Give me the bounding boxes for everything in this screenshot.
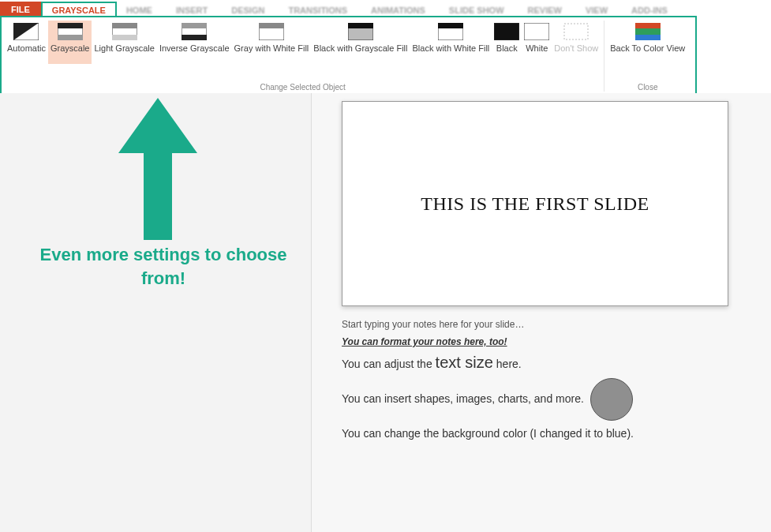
- group-label-change: Change Selected Object: [2, 83, 604, 92]
- tab-insert[interactable]: INSERT: [167, 3, 217, 17]
- notes-bg-line: You can change the background color (I c…: [342, 427, 758, 440]
- editor-pane: This is the first slide Start typing you…: [312, 93, 771, 532]
- btn-black-white-fill[interactable]: Black with White Fill: [410, 21, 492, 64]
- svg-rect-7: [112, 35, 137, 40]
- label-back-to-color: Back To Color View: [610, 43, 685, 64]
- notes-pane[interactable]: Start typing your notes here for your sl…: [342, 319, 758, 440]
- svg-rect-10: [182, 35, 207, 40]
- tab-home[interactable]: HOME: [117, 3, 162, 17]
- slide-canvas[interactable]: This is the first slide: [342, 101, 728, 306]
- black-grayscale-fill-icon: [348, 23, 373, 40]
- btn-grayscale[interactable]: Grayscale: [48, 21, 92, 64]
- back-to-color-icon: [635, 23, 661, 40]
- notes-format-line: You can format your notes here, too!: [342, 336, 758, 347]
- tab-slideshow[interactable]: SLIDE SHOW: [440, 3, 514, 17]
- svg-rect-9: [182, 23, 207, 28]
- automatic-icon: [13, 23, 39, 40]
- svg-rect-22: [635, 35, 661, 40]
- gray-white-fill-icon: [259, 23, 284, 40]
- svg-rect-21: [635, 28, 661, 35]
- notes-size-pre: You can adjust the: [342, 358, 436, 370]
- svg-rect-16: [438, 23, 463, 28]
- svg-rect-14: [348, 23, 373, 28]
- btn-back-to-color-view[interactable]: Back To Color View: [608, 21, 687, 64]
- notes-placeholder: Start typing your notes here for your sl…: [342, 319, 758, 330]
- notes-insert-line: You can insert shapes, images, charts, a…: [342, 378, 758, 421]
- notes-shape-circle[interactable]: [590, 378, 633, 421]
- tab-transitions[interactable]: TRANSITIONS: [279, 3, 357, 17]
- label-light-grayscale: Light Grayscale: [94, 43, 154, 64]
- btn-black-grayscale-fill[interactable]: Black with Grayscale Fill: [311, 21, 410, 64]
- svg-rect-19: [564, 24, 588, 39]
- btn-light-grayscale[interactable]: Light Grayscale: [92, 21, 156, 64]
- dont-show-icon: [563, 23, 589, 40]
- black-white-fill-icon: [438, 23, 463, 40]
- black-icon: [494, 23, 519, 40]
- tab-addins[interactable]: ADD-INS: [622, 3, 677, 17]
- label-dont-show: Don't Show: [554, 43, 598, 64]
- btn-automatic[interactable]: Automatic: [5, 21, 48, 64]
- btn-white[interactable]: White: [522, 21, 552, 64]
- inverse-grayscale-icon: [182, 23, 207, 40]
- label-gray-white-fill: Gray with White Fill: [234, 43, 309, 64]
- notes-size-mid: text size: [436, 354, 493, 371]
- label-grayscale: Grayscale: [51, 43, 90, 64]
- svg-rect-17: [494, 23, 519, 40]
- svg-rect-12: [259, 23, 284, 28]
- btn-inverse-grayscale[interactable]: Inverse Grayscale: [157, 21, 232, 64]
- btn-dont-show[interactable]: Don't Show: [552, 21, 601, 64]
- svg-rect-4: [58, 35, 83, 40]
- svg-rect-6: [112, 23, 137, 28]
- group-change-selected-object: Automatic Grayscale Light Grayscale Inve…: [2, 21, 604, 92]
- label-inverse-grayscale: Inverse Grayscale: [159, 43, 230, 64]
- light-grayscale-icon: [112, 23, 137, 40]
- btn-black[interactable]: Black: [492, 21, 522, 64]
- grayscale-icon: [58, 23, 83, 40]
- tab-grayscale[interactable]: GRAYSCALE: [41, 2, 117, 17]
- label-black-grayscale-fill: Black with Grayscale Fill: [313, 43, 407, 64]
- workspace: Even more settings to choose from! This …: [0, 93, 771, 532]
- label-automatic: Automatic: [7, 43, 46, 64]
- notes-size-line: You can adjust the text size here.: [342, 354, 758, 372]
- label-white: White: [526, 43, 548, 64]
- tab-design[interactable]: DESIGN: [222, 3, 274, 17]
- svg-rect-20: [635, 23, 661, 28]
- notes-size-post: here.: [493, 358, 522, 370]
- btn-gray-white-fill[interactable]: Gray with White Fill: [232, 21, 312, 64]
- tab-animations[interactable]: ANIMATIONS: [361, 3, 435, 17]
- tab-review[interactable]: REVIEW: [518, 3, 571, 17]
- ribbon-grayscale: Automatic Grayscale Light Grayscale Inve…: [0, 16, 697, 95]
- annotation-arrow-icon: [110, 98, 205, 240]
- thumbnail-pane[interactable]: Even more settings to choose from!: [0, 93, 312, 532]
- group-label-close: Close: [604, 83, 691, 92]
- notes-insert-text: You can insert shapes, images, charts, a…: [342, 392, 584, 405]
- tab-view[interactable]: VIEW: [576, 3, 617, 17]
- svg-marker-23: [118, 98, 197, 240]
- tab-strip: FILE GRAYSCALE HOME INSERT DESIGN TRANSI…: [0, 0, 771, 17]
- white-icon: [524, 23, 549, 40]
- group-close: Back To Color View Close: [604, 21, 691, 92]
- svg-rect-3: [58, 23, 83, 28]
- svg-rect-18: [524, 23, 549, 40]
- label-black-white-fill: Black with White Fill: [413, 43, 490, 64]
- label-black: Black: [496, 43, 518, 64]
- slide-title: This is the first slide: [421, 193, 649, 215]
- annotation-text: Even more settings to choose from!: [39, 243, 287, 290]
- tab-file[interactable]: FILE: [0, 2, 41, 17]
